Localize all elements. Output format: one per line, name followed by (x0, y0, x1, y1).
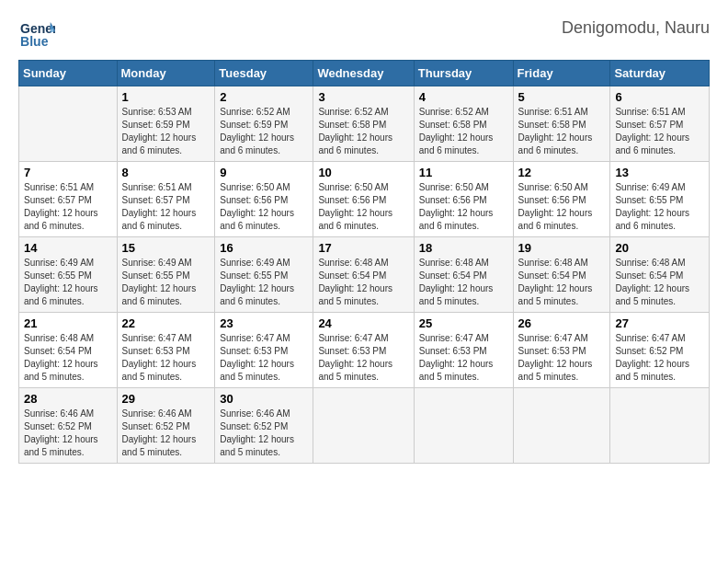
page-header: General Blue Denigomodu, Nauru (18, 18, 710, 51)
day-info: Sunrise: 6:49 AMSunset: 6:55 PMDaylight:… (615, 181, 704, 233)
calendar-cell: 1Sunrise: 6:53 AMSunset: 6:59 PMDaylight… (117, 86, 215, 162)
day-number: 22 (122, 316, 210, 330)
day-info: Sunrise: 6:52 AMSunset: 6:58 PMDaylight:… (419, 106, 508, 157)
calendar-cell (414, 388, 513, 464)
day-info: Sunrise: 6:47 AMSunset: 6:53 PMDaylight:… (318, 332, 408, 384)
svg-text:Blue: Blue (20, 34, 49, 49)
day-number: 12 (518, 166, 606, 179)
calendar-cell: 8Sunrise: 6:51 AMSunset: 6:57 PMDaylight… (117, 162, 215, 237)
calendar-cell: 7Sunrise: 6:51 AMSunset: 6:57 PMDaylight… (19, 162, 118, 237)
logo: General Blue (18, 18, 55, 51)
calendar-cell (19, 86, 118, 162)
day-info: Sunrise: 6:50 AMSunset: 6:56 PMDaylight:… (419, 181, 508, 233)
calendar-cell (610, 388, 710, 464)
week-row-3: 14Sunrise: 6:49 AMSunset: 6:55 PMDayligh… (19, 237, 710, 313)
day-info: Sunrise: 6:51 AMSunset: 6:58 PMDaylight:… (518, 106, 606, 157)
week-row-1: 1Sunrise: 6:53 AMSunset: 6:59 PMDaylight… (19, 86, 710, 162)
calendar-cell: 9Sunrise: 6:50 AMSunset: 6:56 PMDaylight… (215, 162, 313, 237)
day-info: Sunrise: 6:48 AMSunset: 6:54 PMDaylight:… (419, 257, 508, 308)
calendar-cell: 30Sunrise: 6:46 AMSunset: 6:52 PMDayligh… (215, 388, 313, 464)
day-info: Sunrise: 6:51 AMSunset: 6:57 PMDaylight:… (122, 181, 210, 233)
day-info: Sunrise: 6:48 AMSunset: 6:54 PMDaylight:… (24, 332, 112, 384)
day-info: Sunrise: 6:47 AMSunset: 6:53 PMDaylight:… (122, 332, 210, 384)
day-info: Sunrise: 6:46 AMSunset: 6:52 PMDaylight:… (220, 408, 308, 459)
day-number: 25 (419, 316, 508, 330)
calendar-cell: 13Sunrise: 6:49 AMSunset: 6:55 PMDayligh… (610, 162, 710, 237)
day-number: 4 (419, 90, 508, 104)
calendar-cell: 19Sunrise: 6:48 AMSunset: 6:54 PMDayligh… (513, 237, 610, 313)
calendar-body: 1Sunrise: 6:53 AMSunset: 6:59 PMDaylight… (19, 86, 710, 464)
calendar-cell: 15Sunrise: 6:49 AMSunset: 6:55 PMDayligh… (117, 237, 215, 313)
calendar-cell: 24Sunrise: 6:47 AMSunset: 6:53 PMDayligh… (313, 313, 414, 388)
week-row-2: 7Sunrise: 6:51 AMSunset: 6:57 PMDaylight… (19, 162, 710, 237)
title-section: Denigomodu, Nauru (562, 18, 710, 38)
calendar-cell: 27Sunrise: 6:47 AMSunset: 6:52 PMDayligh… (610, 313, 710, 388)
day-number: 24 (318, 316, 408, 330)
header-row: SundayMondayTuesdayWednesdayThursdayFrid… (19, 61, 710, 86)
day-number: 29 (122, 392, 210, 406)
day-number: 8 (122, 166, 210, 179)
day-number: 23 (220, 316, 308, 330)
col-header-saturday: Saturday (610, 61, 710, 86)
day-number: 15 (122, 241, 210, 255)
day-info: Sunrise: 6:47 AMSunset: 6:53 PMDaylight:… (518, 332, 606, 384)
day-number: 3 (318, 90, 408, 104)
day-number: 5 (518, 90, 606, 104)
day-number: 27 (615, 316, 704, 330)
day-info: Sunrise: 6:49 AMSunset: 6:55 PMDaylight:… (220, 257, 308, 308)
day-number: 26 (518, 316, 606, 330)
day-info: Sunrise: 6:49 AMSunset: 6:55 PMDaylight:… (122, 257, 210, 308)
day-info: Sunrise: 6:47 AMSunset: 6:53 PMDaylight:… (220, 332, 308, 384)
day-info: Sunrise: 6:47 AMSunset: 6:53 PMDaylight:… (419, 332, 508, 384)
day-info: Sunrise: 6:52 AMSunset: 6:58 PMDaylight:… (318, 106, 408, 157)
col-header-thursday: Thursday (414, 61, 513, 86)
col-header-friday: Friday (513, 61, 610, 86)
calendar-cell: 5Sunrise: 6:51 AMSunset: 6:58 PMDaylight… (513, 86, 610, 162)
calendar-cell: 26Sunrise: 6:47 AMSunset: 6:53 PMDayligh… (513, 313, 610, 388)
day-number: 7 (24, 166, 112, 179)
day-info: Sunrise: 6:48 AMSunset: 6:54 PMDaylight:… (518, 257, 606, 308)
day-info: Sunrise: 6:46 AMSunset: 6:52 PMDaylight:… (24, 408, 112, 459)
col-header-monday: Monday (117, 61, 215, 86)
day-info: Sunrise: 6:50 AMSunset: 6:56 PMDaylight:… (220, 181, 308, 233)
day-info: Sunrise: 6:48 AMSunset: 6:54 PMDaylight:… (615, 257, 704, 308)
location: Denigomodu, Nauru (562, 18, 710, 38)
day-number: 16 (220, 241, 308, 255)
calendar-cell: 4Sunrise: 6:52 AMSunset: 6:58 PMDaylight… (414, 86, 513, 162)
calendar-cell: 22Sunrise: 6:47 AMSunset: 6:53 PMDayligh… (117, 313, 215, 388)
day-number: 20 (615, 241, 704, 255)
calendar-table: SundayMondayTuesdayWednesdayThursdayFrid… (18, 60, 710, 464)
col-header-wednesday: Wednesday (313, 61, 414, 86)
day-info: Sunrise: 6:53 AMSunset: 6:59 PMDaylight:… (122, 106, 210, 157)
day-info: Sunrise: 6:48 AMSunset: 6:54 PMDaylight:… (318, 257, 408, 308)
day-number: 21 (24, 316, 112, 330)
calendar-cell: 17Sunrise: 6:48 AMSunset: 6:54 PMDayligh… (313, 237, 414, 313)
day-info: Sunrise: 6:50 AMSunset: 6:56 PMDaylight:… (318, 181, 408, 233)
day-number: 17 (318, 241, 408, 255)
calendar-cell: 29Sunrise: 6:46 AMSunset: 6:52 PMDayligh… (117, 388, 215, 464)
day-info: Sunrise: 6:51 AMSunset: 6:57 PMDaylight:… (615, 106, 704, 157)
day-number: 9 (220, 166, 308, 179)
day-number: 10 (318, 166, 408, 179)
day-number: 6 (615, 90, 704, 104)
calendar-cell: 21Sunrise: 6:48 AMSunset: 6:54 PMDayligh… (19, 313, 118, 388)
day-number: 2 (220, 90, 308, 104)
logo-icon: General Blue (18, 18, 55, 51)
day-number: 13 (615, 166, 704, 179)
calendar-cell (513, 388, 610, 464)
calendar-cell: 25Sunrise: 6:47 AMSunset: 6:53 PMDayligh… (414, 313, 513, 388)
calendar-cell: 6Sunrise: 6:51 AMSunset: 6:57 PMDaylight… (610, 86, 710, 162)
week-row-5: 28Sunrise: 6:46 AMSunset: 6:52 PMDayligh… (19, 388, 710, 464)
day-info: Sunrise: 6:51 AMSunset: 6:57 PMDaylight:… (24, 181, 112, 233)
col-header-sunday: Sunday (19, 61, 118, 86)
calendar-cell: 2Sunrise: 6:52 AMSunset: 6:59 PMDaylight… (215, 86, 313, 162)
calendar-cell: 12Sunrise: 6:50 AMSunset: 6:56 PMDayligh… (513, 162, 610, 237)
day-info: Sunrise: 6:47 AMSunset: 6:52 PMDaylight:… (615, 332, 704, 384)
day-number: 14 (24, 241, 112, 255)
calendar-cell (313, 388, 414, 464)
calendar-cell: 16Sunrise: 6:49 AMSunset: 6:55 PMDayligh… (215, 237, 313, 313)
calendar-cell: 23Sunrise: 6:47 AMSunset: 6:53 PMDayligh… (215, 313, 313, 388)
week-row-4: 21Sunrise: 6:48 AMSunset: 6:54 PMDayligh… (19, 313, 710, 388)
day-info: Sunrise: 6:49 AMSunset: 6:55 PMDaylight:… (24, 257, 112, 308)
day-number: 1 (122, 90, 210, 104)
